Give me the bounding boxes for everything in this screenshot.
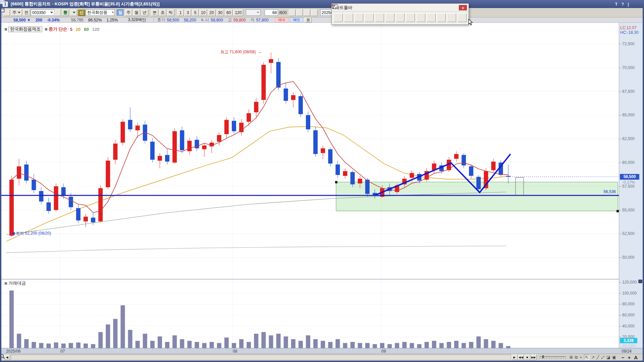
date-minor-tick [86,348,86,349]
period-day-button[interactable]: 일 [117,9,124,16]
period-tick-button[interactable]: 틱 [167,9,174,16]
turnover: 3,328백만 [128,17,146,23]
layout-swap-tool-icon[interactable] [344,13,353,22]
date-minor-tick [278,348,279,349]
play-button[interactable]: ▶ [512,355,518,360]
stock-code-input[interactable]: 003350 [31,9,54,16]
rewind-button[interactable]: ◀◀ [518,355,524,360]
erase-all-tool-icon[interactable]: ALL [458,13,467,22]
eraser-tool-icon[interactable]: ◪ [606,355,610,360]
high-annotation: 최고 71,600 (08/08)→ [220,49,262,55]
zoom-in-button[interactable]: + [628,355,631,360]
circle-highlight-tool-icon[interactable] [416,13,425,22]
zigzag-mode-icon[interactable]: ≈ [580,355,582,360]
segment-tool-icon[interactable] [427,13,436,22]
down-arrow-icon: ▼ [27,18,31,22]
period-second-button[interactable]: 초 [159,9,166,16]
shin-button[interactable]: 신 [78,9,85,16]
date-minor-tick [353,348,353,349]
always-on-top-button[interactable]: T [615,2,618,6]
interval-60-button[interactable]: 60 [225,9,232,16]
chart-toolbar-window[interactable]: 차트툴바 x ALL [331,3,469,25]
period-minute-button[interactable]: 분 [151,9,158,16]
interval-5-button[interactable]: 5 [192,9,199,16]
font-button[interactable]: A [634,355,638,360]
date-minor-tick [338,348,338,349]
volume-settings-icon[interactable] [638,280,642,283]
speaker-icon[interactable] [70,9,77,16]
stock-name-display[interactable]: 한국화장품 [86,9,115,16]
candle-tool-icon[interactable] [385,13,394,22]
text-tool-icon[interactable] [375,13,384,22]
trendline-tool-icon[interactable]: ╱ [597,355,599,360]
period-week-button[interactable]: 주 [125,9,132,16]
chevron-down-icon [73,12,75,13]
eraser-tool-icon[interactable] [447,13,456,22]
date-minor-tick [212,348,212,349]
interval-30-button[interactable]: 30 [216,9,224,16]
stop-button[interactable]: ■ [524,355,530,360]
legend-square-icon [45,28,47,31]
pointer-cursor-icon[interactable]: ↗ [591,355,595,360]
period-month-button[interactable]: 월 [133,9,140,16]
date-minor-tick [316,348,316,349]
interval-20-button[interactable]: 20 [208,9,215,16]
close-icon[interactable]: x [459,5,467,10]
date-minor-tick [241,348,242,349]
copy-window-icon[interactable]: ⧉ [575,355,578,360]
chart-toolbar-titlebar[interactable]: 차트툴바 x [332,4,469,12]
legend-square-icon [5,28,7,31]
help-button[interactable]: ? [621,2,624,6]
right-price-axis[interactable]: LC:12.07 HC:-18.30 72,50070,00067,50065,… [619,23,643,348]
prev-stock-button[interactable]: 전 [23,9,30,16]
stock-type-dropdown[interactable]: 주 [11,9,22,16]
date-minor-tick [219,348,219,349]
stock-name-legend[interactable]: 한국화장품제조 [8,26,42,32]
window-border-right [643,8,644,361]
undo-tool-icon[interactable] [334,13,343,22]
sort-arrows-icon[interactable]: ⇅ [201,18,204,22]
avg-button[interactable]: 평 [305,17,312,22]
date-tick-label: 09 [381,349,386,354]
compare-icon[interactable] [289,9,296,16]
red-corner-mark [112,12,113,13]
flag-tool-icon[interactable] [355,13,364,22]
tong-button[interactable]: 통 [62,9,69,16]
forward-button[interactable]: ▶▶ [531,355,537,360]
date-minor-tick [471,348,472,349]
bottom-control-row: ◀ ▶ ◀◀ ■ ▶▶ ⊞ ⧉ ≈ ↖ ↗ ╱ ⤢ ◪ ▣ − + A [0,354,644,361]
interval-1-button[interactable]: 1 [177,9,184,16]
date-minor-tick [449,348,449,349]
new-window-icon[interactable]: ⊞ [570,355,573,360]
date-minor-tick [160,348,160,349]
bar-count-input[interactable]: 68 [265,9,278,16]
candlestick-chart-panel[interactable] [1,23,619,279]
save-icon[interactable] [304,9,310,16]
interval-3-button[interactable]: 3 [184,9,191,16]
legend-square-icon [5,282,7,285]
cross-cursor-icon[interactable]: ↖ [584,355,589,360]
axis-tick: 72,500 [622,42,635,46]
levels-tool-icon[interactable] [396,13,405,22]
interval-120-button[interactable]: 120 [233,9,243,16]
custom-interval-dropdown[interactable] [246,9,261,16]
buy-button[interactable]: 매수 [275,17,288,22]
ray-trendline-tool-icon[interactable] [437,13,446,22]
chart-image-icon[interactable]: ▣ [612,355,616,360]
area-highlight-tool-icon[interactable] [406,13,415,22]
axis-tick: 62,500 [622,136,635,141]
zoom-out-button[interactable]: − [622,355,625,360]
volume-chart-panel[interactable] [1,280,619,348]
ray-tool-icon[interactable]: ⤢ [601,355,604,360]
sell-button[interactable]: 매도 [290,17,303,22]
period-year-button[interactable]: 년 [141,9,148,16]
scrollbar-track[interactable] [11,355,511,360]
zigzag-add-icon[interactable] [296,9,303,16]
search-icon[interactable] [54,9,61,16]
speed-slider[interactable] [540,355,566,360]
interval-10-button[interactable]: 10 [199,9,207,16]
gear-icon[interactable] [311,9,318,16]
date-minor-tick [375,348,375,349]
shapes-tool-icon[interactable] [365,13,374,22]
hts-window: 1 [6600] 통합키움차트 - KOSPI 업종[화학] 유통비율[35.0… [0,0,644,362]
